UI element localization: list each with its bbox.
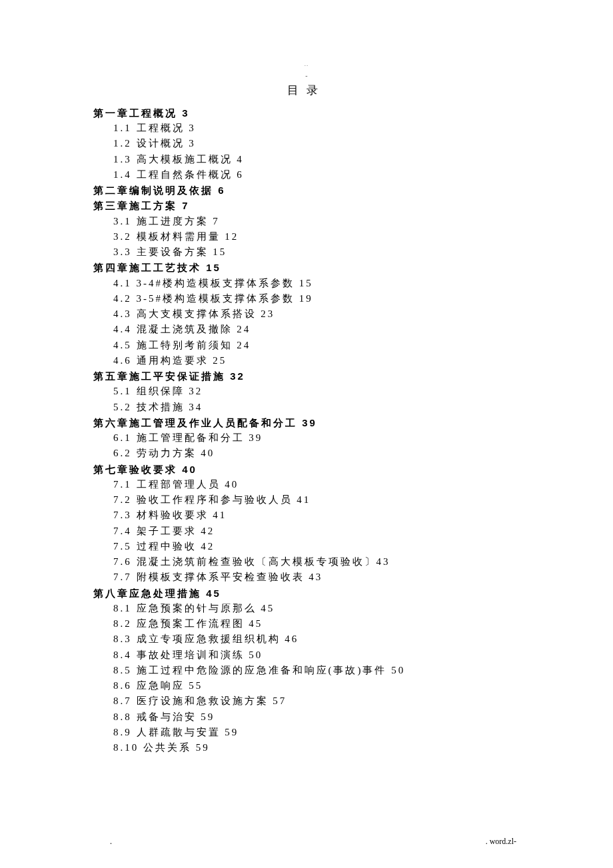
toc-chapter: 第一章工程概况 3 [93, 105, 520, 121]
toc-section: 7.3 材料验收要求 41 [113, 508, 520, 523]
toc-section: 3.1 施工进度方案 7 [113, 214, 520, 229]
toc-chapter: 第二章编制说明及依据 6 [93, 183, 520, 198]
toc-section: 5.2 技术措施 34 [113, 400, 520, 415]
toc-section: 8.10 公共关系 59 [113, 740, 520, 755]
toc-section: 7.2 验收工作程序和参与验收人员 41 [113, 492, 520, 508]
table-of-contents: 第一章工程概况 31.1 工程概况 31.2 设计概况 31.3 高大模板施工概… [93, 105, 520, 756]
toc-section: 8.5 施工过程中危险源的应急准备和响应(事故)事件 50 [113, 663, 520, 678]
toc-section: 3.2 模板材料需用量 12 [113, 229, 520, 244]
toc-section: 1.4 工程自然条件概况 6 [113, 167, 520, 183]
toc-chapter: 第八章应急处理措施 45 [93, 586, 520, 601]
toc-section: 3.3 主要设备方案 15 [113, 244, 520, 260]
footer-right: . word.zl- [486, 835, 516, 848]
toc-section: 6.1 施工管理配备和分工 39 [113, 430, 520, 446]
footer-left: . [110, 835, 112, 848]
toc-section: 8.2 应急预案工作流程图 45 [113, 616, 520, 632]
toc-section: 5.1 组织保障 32 [113, 384, 520, 399]
toc-section: 7.4 架子工要求 42 [113, 524, 520, 539]
toc-section: 7.6 混凝土浇筑前检查验收〔高大模板专项验收〕43 [113, 554, 520, 570]
toc-section: 4.2 3-5#楼构造模板支撑体系参数 19 [113, 291, 520, 306]
toc-section: 4.3 高大支模支撑体系搭设 23 [113, 306, 520, 322]
toc-chapter: 第三章施工方案 7 [93, 198, 520, 213]
toc-chapter: 第六章施工管理及作业人员配备和分工 39 [93, 415, 520, 430]
toc-section: 8.3 成立专项应急救援组织机构 46 [113, 632, 520, 647]
toc-section: 1.1 工程概况 3 [113, 121, 520, 136]
toc-section: 4.6 通用构造要求 25 [113, 353, 520, 368]
header-dash: - [93, 71, 520, 81]
toc-section: 1.3 高大模板施工概况 4 [113, 152, 520, 167]
toc-section: 6.2 劳动力方案 40 [113, 446, 520, 461]
document-page: .. - 目录 第一章工程概况 31.1 工程概况 31.2 设计概况 31.3… [0, 0, 613, 868]
toc-chapter: 第四章施工工艺技术 15 [93, 260, 520, 275]
toc-section: 7.5 过程中验收 42 [113, 539, 520, 554]
toc-section: 7.7 附模板支撑体系平安检查验收表 43 [113, 570, 520, 585]
toc-section: 8.8 戒备与治安 59 [113, 709, 520, 725]
toc-section: 1.2 设计概况 3 [113, 136, 520, 151]
toc-section: 8.1 应急预案的针与原那么 45 [113, 601, 520, 616]
toc-section: 4.4 混凝土浇筑及撤除 24 [113, 322, 520, 337]
header-dots: .. [93, 60, 520, 69]
toc-section: 8.9 人群疏散与安置 59 [113, 725, 520, 740]
page-title: 目录 [93, 82, 520, 99]
toc-chapter: 第七章验收要求 40 [93, 462, 520, 477]
toc-section: 8.6 应急响应 55 [113, 678, 520, 693]
toc-section: 8.7 医疗设施和急救设施方案 57 [113, 693, 520, 709]
toc-section: 4.5 施工特别考前须知 24 [113, 338, 520, 353]
toc-section: 4.1 3-4#楼构造模板支撑体系参数 15 [113, 276, 520, 291]
toc-chapter: 第五章施工平安保证措施 32 [93, 368, 520, 384]
toc-section: 8.4 事故处理培训和演练 50 [113, 648, 520, 663]
toc-section: 7.1 工程部管理人员 40 [113, 477, 520, 492]
